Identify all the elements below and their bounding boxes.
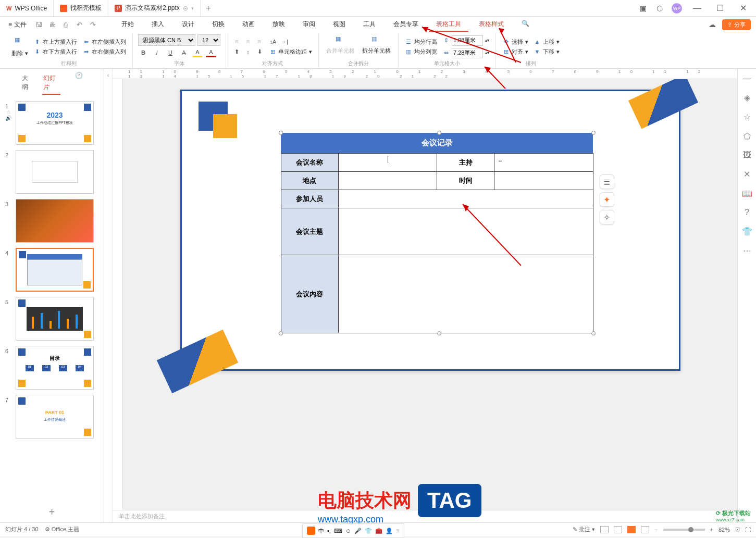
cell-margin-button[interactable]: ⊞单元格边距 ▾ <box>268 47 313 56</box>
move-down-button[interactable]: ▼下移 ▾ <box>532 47 561 56</box>
slide-thumbnail-3[interactable]: 3 <box>5 199 98 243</box>
share-button[interactable]: ⇪ 分享 <box>722 19 751 30</box>
expand-button[interactable]: ⛶ <box>745 527 751 533</box>
zoom-slider[interactable] <box>663 529 705 531</box>
reading-view-button[interactable] <box>627 526 636 533</box>
row-height-input[interactable] <box>452 35 483 46</box>
cloud-icon[interactable]: ☁ <box>708 20 717 29</box>
panel-clock-icon[interactable]: 🕐 <box>75 72 83 95</box>
zoom-out-button[interactable]: − <box>654 527 658 533</box>
image-icon[interactable]: 🖼 <box>743 151 751 160</box>
zoom-in-button[interactable]: + <box>710 527 713 533</box>
align-left-button[interactable]: ≡ <box>231 37 242 46</box>
tools-icon[interactable]: ✕ <box>743 169 750 179</box>
outline-tab[interactable]: 大纲 <box>21 72 34 95</box>
distribute-cols-button[interactable]: ▥均分列宽 <box>404 47 438 56</box>
underline-button[interactable]: U <box>165 48 176 57</box>
align-right-button[interactable]: ≡ <box>254 37 265 46</box>
ime-mic-icon[interactable]: 🎤 <box>354 528 362 534</box>
document-tab[interactable]: P 演示文稿素材2.pptx ⊝ ▾ <box>108 0 201 16</box>
qat-undo-icon[interactable]: ↶ <box>75 20 84 29</box>
insert-below-button[interactable]: ⬇在下方插入行 <box>32 47 78 56</box>
book-icon[interactable]: 📖 <box>742 189 752 198</box>
align-arrange-button[interactable]: ⊞对齐 ▾ <box>501 47 529 56</box>
zoom-level[interactable]: 82% <box>718 527 730 533</box>
indent-button[interactable]: →| <box>279 37 290 46</box>
help-icon[interactable]: ? <box>745 208 749 217</box>
tab-animation[interactable]: 动画 <box>235 18 262 32</box>
ime-skin-icon[interactable]: 👕 <box>365 528 372 534</box>
cell-label[interactable]: 地点 <box>281 172 338 190</box>
col-width-input[interactable] <box>452 48 483 58</box>
strikethrough-button[interactable]: A̶ <box>179 48 189 57</box>
normal-view-button[interactable] <box>600 526 609 533</box>
qat-save-icon[interactable]: 🖫 <box>34 20 43 29</box>
ime-punct-icon[interactable]: •, <box>327 528 331 534</box>
cell-label[interactable]: 时间 <box>437 172 494 190</box>
table-cell[interactable] <box>338 190 593 208</box>
panel-icon[interactable]: ▣ <box>638 4 648 13</box>
ime-keyboard-icon[interactable]: ⌨ <box>334 528 342 534</box>
spinner-icon[interactable]: ▴▾ <box>485 38 489 43</box>
table-header[interactable]: 会议记录 <box>281 133 593 154</box>
fit-button[interactable]: ⊡ <box>735 526 740 533</box>
table-cell[interactable] <box>338 255 593 333</box>
text-direction-button[interactable]: ↕A <box>268 37 278 46</box>
insert-above-button[interactable]: ⬆在上方插入行 <box>32 37 78 46</box>
table-cell[interactable] <box>338 208 593 255</box>
tab-dropdown-icon[interactable]: ▾ <box>191 6 194 11</box>
table-cell[interactable] <box>494 172 593 190</box>
canvas-viewport[interactable]: 会议记录 会议名称 主持 ↔ 地点 时间 <box>123 79 737 510</box>
tab-table-tools[interactable]: 表格工具 <box>429 18 468 32</box>
sorter-view-button[interactable] <box>614 526 622 533</box>
cell-label[interactable]: 会议名称 <box>281 154 338 172</box>
select-button[interactable]: ✥选择 ▾ <box>501 37 529 46</box>
shirt-icon[interactable]: 👕 <box>742 227 752 236</box>
magic-button[interactable]: ✧ <box>600 210 614 224</box>
tab-table-style[interactable]: 表格样式 <box>472 18 511 32</box>
file-menu[interactable]: ≡ 文件 <box>5 19 30 30</box>
valign-top-button[interactable]: ⬆ <box>231 47 242 57</box>
slide-thumbnail-6[interactable]: 6 目录 01 02 03 04 <box>5 346 98 390</box>
ime-user-icon[interactable]: 👤 <box>386 528 393 534</box>
minimize-button[interactable]: — <box>689 1 705 16</box>
split-cells-button[interactable]: ▥拆分单元格 <box>360 34 393 59</box>
distribute-rows-button[interactable]: ☰均分行高 <box>404 37 438 46</box>
ime-settings-icon[interactable]: ≡ <box>396 528 399 534</box>
tab-view[interactable]: 视图 <box>326 18 353 32</box>
collapse-icon[interactable]: ‹ <box>107 72 109 78</box>
insert-right-button[interactable]: ➡在右侧插入列 <box>81 47 127 56</box>
qat-print-icon[interactable]: 🖶 <box>47 20 57 29</box>
close-button[interactable]: ✕ <box>735 1 751 16</box>
tab-member[interactable]: 会员专享 <box>386 18 426 32</box>
user-avatar[interactable]: WP <box>672 3 682 14</box>
tab-tools[interactable]: 工具 <box>356 18 383 32</box>
highlight-button[interactable]: A <box>192 48 203 57</box>
font-family-select[interactable]: 思源黑体 CN B <box>138 34 195 46</box>
cube-icon[interactable]: ⬡ <box>655 4 664 13</box>
slide-thumbnail-1[interactable]: 1 ☆ 🔊 2023 工作总结汇报PPT模板 <box>5 101 98 145</box>
table-cell[interactable] <box>338 154 437 172</box>
font-size-select[interactable]: 12 <box>197 34 220 46</box>
bold-button[interactable]: B <box>138 48 148 57</box>
tab-slideshow[interactable]: 放映 <box>265 18 292 32</box>
comments-button[interactable]: ✎ 批注 ▾ <box>573 526 595 533</box>
tab-design[interactable]: 设计 <box>175 18 202 32</box>
app-tab[interactable]: W WPS Office <box>0 0 54 16</box>
add-slide-button[interactable]: + <box>0 502 104 522</box>
tab-start[interactable]: 开始 <box>114 18 141 32</box>
cell-label[interactable]: 参加人员 <box>281 190 338 208</box>
slides-tab[interactable]: 幻灯片 <box>42 72 60 95</box>
cell-label[interactable]: 主持 <box>437 154 494 172</box>
font-color-button[interactable]: A <box>206 48 216 57</box>
insert-left-button[interactable]: ⬅在左侧插入列 <box>81 37 127 46</box>
qat-redo-icon[interactable]: ↷ <box>88 20 97 29</box>
ai-button[interactable]: ✦ <box>600 192 614 207</box>
ime-lang[interactable]: 中 <box>318 527 324 535</box>
minus-icon[interactable]: — <box>743 74 751 83</box>
table-cell[interactable]: ↔ <box>494 154 593 172</box>
table-grid-button[interactable]: ▦ <box>10 35 29 48</box>
slideshow-button[interactable] <box>641 526 649 533</box>
panel-separator[interactable]: ‹ <box>104 69 113 522</box>
table-object[interactable]: 会议记录 会议名称 主持 ↔ 地点 时间 <box>281 133 593 333</box>
